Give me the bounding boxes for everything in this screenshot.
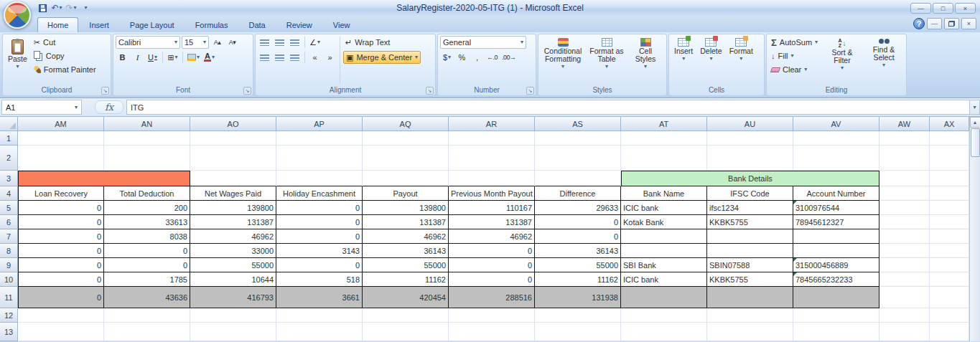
cell-AM5[interactable]: 0: [18, 201, 104, 215]
fill-button[interactable]: ↓Fill▾: [769, 49, 821, 62]
cell-AU6[interactable]: KKBK5755: [707, 215, 793, 229]
column-header-AQ[interactable]: AQ: [363, 117, 449, 131]
alignment-dialog-launcher[interactable]: ↘: [426, 87, 434, 95]
undo-button[interactable]: ↶▾: [50, 2, 63, 14]
cell-AQ11[interactable]: 420454: [363, 287, 449, 308]
align-top-button[interactable]: [258, 36, 271, 49]
maximize-button[interactable]: □: [933, 3, 953, 14]
cell-AW9[interactable]: [879, 258, 930, 272]
cell-AS7[interactable]: 0: [535, 229, 621, 244]
cell-AP2[interactable]: [276, 146, 363, 171]
cell-AM1[interactable]: [18, 131, 104, 146]
cell-AV8[interactable]: [793, 244, 879, 258]
vertical-scrollbar[interactable]: ▴: [969, 117, 980, 341]
row-header-6[interactable]: 6: [0, 215, 18, 229]
cell-AQ4[interactable]: Payout: [363, 186, 449, 201]
column-header-AX[interactable]: AX: [930, 117, 969, 131]
align-left-button[interactable]: [258, 51, 271, 64]
cell-AO4[interactable]: Net Wages Paid: [190, 186, 276, 201]
row-header-10[interactable]: 10: [0, 272, 18, 287]
format-painter-button[interactable]: Format Painter: [32, 63, 98, 76]
cell-AO3[interactable]: [190, 171, 276, 186]
format-cells-button[interactable]: Format ▾: [727, 36, 756, 84]
cell-AV1[interactable]: [793, 131, 879, 146]
tab-review[interactable]: Review: [276, 17, 322, 32]
row-header-8[interactable]: 8: [0, 244, 18, 258]
decrease-indent-button[interactable]: «: [308, 51, 322, 64]
cell-AT13[interactable]: [621, 323, 707, 341]
fill-color-button[interactable]: ▾: [186, 51, 201, 64]
find-select-button[interactable]: Find & Select ▾: [864, 36, 904, 84]
minimize-button[interactable]: —: [910, 3, 931, 14]
cell-AN5[interactable]: 200: [104, 201, 190, 215]
cell-AW4[interactable]: [879, 186, 930, 201]
tab-view[interactable]: View: [323, 17, 360, 32]
cell-AV7[interactable]: [793, 229, 879, 244]
cell-AX8[interactable]: [930, 244, 969, 258]
cell-AQ2[interactable]: [363, 146, 449, 171]
cell-AQ1[interactable]: [363, 131, 449, 146]
shrink-font-button[interactable]: A▾: [225, 36, 239, 49]
cell-AM9[interactable]: 0: [18, 258, 104, 272]
cell-AS5[interactable]: 29633: [535, 201, 621, 215]
cell-AR5[interactable]: 110167: [449, 201, 535, 215]
cell-AT4[interactable]: Bank Name: [621, 186, 707, 201]
cell-AM12[interactable]: [18, 308, 104, 323]
cell-AP11[interactable]: 3661: [276, 287, 363, 308]
cell-AV13[interactable]: [793, 323, 879, 341]
customize-qat-button[interactable]: ▾: [79, 2, 92, 14]
cell-AQ3[interactable]: [363, 171, 449, 186]
workbook-restore-button[interactable]: [944, 18, 959, 29]
row-header-11[interactable]: 11: [0, 287, 18, 308]
cell-AW12[interactable]: [879, 308, 930, 323]
cell-AS10[interactable]: 11162: [535, 272, 621, 287]
column-header-AT[interactable]: AT: [621, 117, 707, 131]
cell-AO13[interactable]: [190, 323, 276, 341]
cell-AS11[interactable]: 131938: [535, 287, 621, 308]
number-format-select[interactable]: General▾: [440, 36, 526, 49]
cell-AU10[interactable]: KKBK5755: [707, 272, 793, 287]
increase-indent-button[interactable]: »: [323, 51, 337, 64]
merge-center-button[interactable]: ▣Merge & Center▾: [343, 51, 421, 64]
cell-AO5[interactable]: 139800: [190, 201, 276, 215]
cell-AM13[interactable]: [18, 323, 104, 341]
tab-page-layout[interactable]: Page Layout: [120, 17, 185, 32]
cell-AN11[interactable]: 43636: [104, 287, 190, 308]
cell-AM11[interactable]: 0: [18, 287, 104, 308]
cell-AX2[interactable]: [930, 146, 969, 171]
cell-AV2[interactable]: [793, 146, 879, 171]
cell-AU4[interactable]: IFSC Code: [707, 186, 793, 201]
row-header-7[interactable]: 7: [0, 229, 18, 244]
wrap-text-button[interactable]: ↵Wrap Text: [343, 36, 421, 49]
cell-AS6[interactable]: 0: [535, 215, 621, 229]
cell-AN13[interactable]: [104, 323, 190, 341]
cell-AT1[interactable]: [621, 131, 707, 146]
cell-AV10[interactable]: 7845665232233: [793, 272, 879, 287]
cell-AO2[interactable]: [190, 146, 276, 171]
cell-AR2[interactable]: [449, 146, 535, 171]
cell-AR3[interactable]: [449, 171, 535, 186]
cell-AQ6[interactable]: 131387: [363, 215, 449, 229]
cell-AP12[interactable]: [276, 308, 363, 323]
cell-AQ8[interactable]: 36143: [363, 244, 449, 258]
underline-button[interactable]: U▾: [146, 51, 159, 64]
cell-AN12[interactable]: [104, 308, 190, 323]
cell-AT5[interactable]: ICIC bank: [621, 201, 707, 215]
cell-AM10[interactable]: 0: [18, 272, 104, 287]
tab-insert[interactable]: Insert: [79, 17, 119, 32]
cell-AU8[interactable]: [707, 244, 793, 258]
cell-AO12[interactable]: [190, 308, 276, 323]
redo-button[interactable]: ↷▾: [65, 2, 78, 14]
cell-AU5[interactable]: ifsc1234: [707, 201, 793, 215]
row-header-9[interactable]: 9: [0, 258, 18, 272]
cell-AO9[interactable]: 55000: [190, 258, 276, 272]
cell-AP4[interactable]: Holiday Encashment: [276, 186, 363, 201]
cell-AX4[interactable]: [930, 186, 969, 201]
cell-AS9[interactable]: 55000: [535, 258, 621, 272]
cell-AX7[interactable]: [930, 229, 969, 244]
cell-AW2[interactable]: [879, 146, 930, 171]
cell-AX6[interactable]: [930, 215, 969, 229]
column-header-AM[interactable]: AM: [18, 117, 104, 131]
cell-AX13[interactable]: [930, 323, 969, 341]
cell-AM4[interactable]: Loan Recovery: [18, 186, 104, 201]
